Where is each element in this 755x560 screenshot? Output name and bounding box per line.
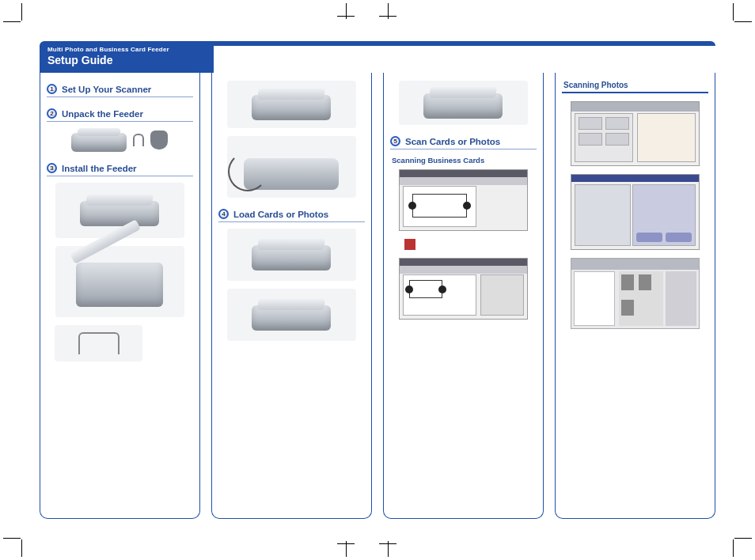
step-5-number-icon: 5: [390, 136, 400, 146]
step-4-number-icon: 4: [218, 209, 229, 219]
insert-card-icon: [227, 229, 356, 281]
scanner-open-icon: [55, 246, 184, 317]
step-5-heading: 5 Scan Cards or Photos: [390, 136, 537, 149]
unpack-items: [55, 128, 184, 152]
scan-dialog-screenshot: [571, 174, 700, 250]
step-2-heading: 2 Unpack the Feeder: [47, 108, 193, 122]
header-bar: [214, 41, 715, 46]
cable-loop-icon: [227, 136, 356, 198]
connector-icon: [133, 134, 144, 146]
hinge-detail-icon: [55, 325, 142, 361]
column-3: 5 Scan Cards or Photos Scanning Business…: [383, 73, 544, 519]
step-3-heading: 3 Install the Feeder: [47, 163, 193, 176]
columns: 1 Set Up Your Scanner 2 Unpack the Feede…: [40, 73, 715, 519]
bizcard-screenshots: [390, 169, 537, 320]
step-3-label: Install the Feeder: [62, 164, 137, 173]
column-4: Scanning Photos: [555, 73, 715, 519]
sub-biz-cards: Scanning Business Cards: [392, 156, 537, 165]
step-4-heading: 4 Load Cards or Photos: [218, 209, 365, 222]
doc-pretitle: Multi Photo and Business Card Feeder: [47, 46, 206, 53]
photo-manager-screenshot: [571, 258, 700, 329]
step-2-number-icon: 2: [47, 108, 57, 119]
step-3-number-icon: 3: [47, 163, 57, 173]
smart-panel-screenshot: [571, 101, 700, 166]
install-illustrations: [47, 183, 193, 361]
scan-top-illustration: [390, 81, 537, 125]
step-5-label: Scan Cards or Photos: [405, 137, 500, 146]
install-cont-illustrations: [218, 81, 365, 198]
step-1-heading: 1 Set Up Your Scanner: [47, 84, 193, 97]
bizcard-app-screenshot-2: [399, 258, 528, 320]
insert-photo-icon: [227, 289, 356, 341]
load-illustrations: [218, 229, 365, 341]
doc-title: Setup Guide: [47, 54, 206, 66]
photo-screenshots: [562, 101, 708, 329]
column-2: 4 Load Cards or Photos: [211, 73, 372, 519]
setup-guide-page: Multi Photo and Business Card Feeder Set…: [40, 41, 715, 519]
ready-scanner-icon: [399, 81, 528, 125]
step-2-label: Unpack the Feeder: [62, 109, 143, 119]
column-1: 1 Set Up Your Scanner 2 Unpack the Feede…: [40, 73, 200, 519]
step-1-number-icon: 1: [47, 84, 57, 94]
sub-scan-photos: Scanning Photos: [562, 81, 708, 93]
step-1-label: Set Up Your Scanner: [62, 85, 151, 94]
accessory-icon: [150, 131, 168, 149]
attach-feeder-icon: [227, 81, 356, 128]
doc-header: Multi Photo and Business Card Feeder Set…: [40, 41, 214, 73]
feeder-icon: [71, 128, 127, 152]
bizcard-app-screenshot-1: [399, 169, 528, 231]
step-4-label: Load Cards or Photos: [233, 210, 328, 219]
unpack-illustrations: [47, 128, 193, 152]
stop-marker-icon: [404, 239, 415, 250]
